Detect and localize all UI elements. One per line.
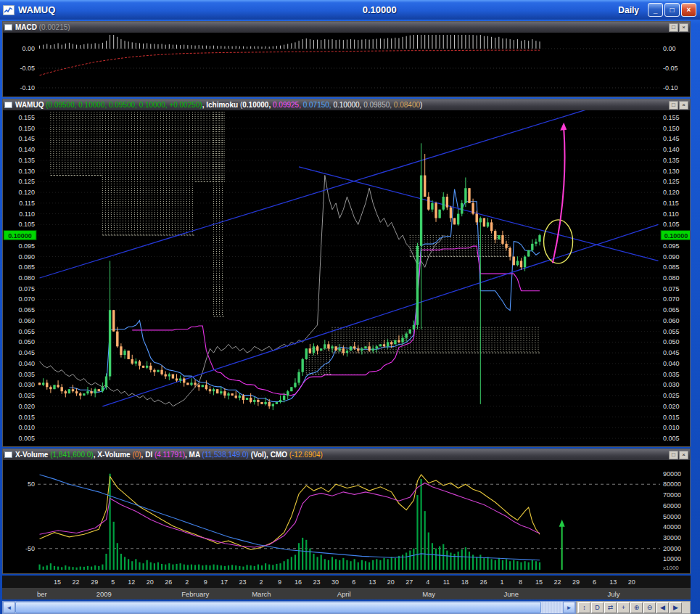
price-axis-label: 0.090 — [663, 253, 680, 261]
week-label: 2 — [185, 578, 189, 586]
step-left-button[interactable]: ◀ — [656, 602, 669, 613]
week-label: 29 — [91, 578, 98, 586]
time-axis-svg: 1522295122026291723291623306132027411182… — [2, 576, 691, 599]
price-axis-label: 0.010 — [18, 424, 35, 431]
week-label: 15 — [535, 578, 543, 586]
week-label: 20 — [628, 578, 635, 586]
price-axis-label: 0.045 — [18, 349, 35, 356]
week-label: 8 — [519, 578, 522, 586]
restore-button[interactable]: □ — [664, 3, 680, 17]
chikou-line — [40, 176, 444, 406]
time-axis: 1522295122026291723291623306132027411182… — [2, 576, 691, 599]
volume-close-button[interactable]: × — [679, 451, 688, 459]
volume-bars — [40, 474, 540, 570]
scrollbar-thumb[interactable] — [15, 602, 541, 613]
week-label: 15 — [54, 578, 61, 586]
macd-axis-label: -0.05 — [20, 65, 35, 72]
window-titlebar[interactable]: WAMUQ 0.10000 Daily _ □ × — [0, 0, 700, 20]
title-segment: 0.10000, — [333, 101, 363, 109]
price-axis-label: 0.055 — [18, 328, 35, 335]
price-axis-label: 0.020 — [18, 403, 35, 410]
bottom-bar: ◄ ► ↕D⇄+⊕⊖◀▶ — [2, 601, 691, 614]
price-axis-label: 0.110 — [19, 210, 35, 218]
macd-panel-titlebar[interactable]: MACD (0.00215) □ × — [3, 22, 690, 33]
week-label: 13 — [609, 578, 617, 586]
crosshair-button[interactable]: + — [617, 602, 630, 613]
week-label: 17 — [221, 578, 228, 586]
price-chart[interactable]: 0.1550.1550.1500.1500.1450.1450.1400.140… — [3, 110, 690, 446]
price-panel-titlebar[interactable]: WAMUQ (0.09500, 0.10000, 0.09500, 0.1000… — [3, 99, 690, 110]
month-label: July — [608, 590, 620, 598]
title-segment: 0.07150, — [303, 101, 334, 109]
price-axis-label: 0.085 — [663, 263, 680, 271]
zoom-out-button[interactable]: ⊖ — [643, 602, 656, 613]
volume-chart[interactable]: 50-5090000800007000060000500004000030000… — [3, 460, 690, 573]
title-segment: , DI — [141, 451, 155, 459]
price-axis-label: 0.055 — [663, 328, 680, 335]
macd-panel: MACD (0.00215) □ × 0.000.00-0.05-0.05-0.… — [2, 21, 691, 97]
price-axis-label: 0.050 — [18, 338, 35, 345]
macd-panel-controls: □ × — [669, 23, 688, 32]
pan-vertical-button[interactable]: ↕ — [578, 602, 590, 613]
volume-axis-label: 50000 — [663, 513, 681, 520]
week-label: 9 — [278, 578, 281, 586]
interval-daily-button[interactable]: D — [591, 602, 604, 613]
price-axis-label: 0.020 — [663, 403, 680, 410]
week-label: 13 — [368, 578, 376, 586]
week-label: 23 — [239, 578, 246, 586]
title-segment: 0.10000, — [242, 101, 273, 109]
step-right-button[interactable]: ▶ — [670, 602, 682, 613]
title-segment: 0.08400 — [394, 101, 420, 109]
week-label: 27 — [405, 578, 413, 586]
price-axis-label: 0.025 — [663, 392, 680, 399]
cmo-line — [40, 475, 540, 550]
panel-window-icon — [4, 24, 12, 30]
pan-horizontal-button[interactable]: ⇄ — [604, 602, 617, 613]
macd-signal-line — [40, 50, 540, 75]
svg-text:0.10000: 0.10000 — [664, 232, 688, 240]
price-axis-label: 0.140 — [18, 146, 35, 153]
horizontal-scrollbar[interactable]: ◄ ► — [2, 601, 576, 614]
volume-axis-label: 80000 — [663, 480, 681, 488]
month-label: May — [422, 590, 435, 598]
trendline — [102, 224, 658, 406]
title-segment: WAMUQ — [15, 101, 46, 109]
trendline — [40, 110, 596, 278]
window-title: WAMUQ — [18, 4, 55, 15]
title-segment: (0.09500, 0.10000, 0.09500, 0.10000, +0.… — [46, 101, 202, 109]
macd-close-button[interactable]: × — [679, 23, 688, 32]
volume-panel: X-Volume (1,841,600.0), X-Volume (0), DI… — [2, 449, 691, 574]
price-axis-label: 0.145 — [663, 135, 680, 142]
macd-minimize-button[interactable]: □ — [669, 23, 678, 32]
price-axis-label: 0.065 — [18, 306, 35, 314]
macd-chart[interactable]: 0.000.00-0.05-0.05-0.10-0.10 — [3, 33, 690, 97]
price-axis-label: 0.035 — [663, 371, 680, 378]
price-minimize-button[interactable]: □ — [669, 101, 678, 110]
volume-minimize-button[interactable]: □ — [669, 451, 678, 459]
app-icon — [3, 5, 15, 15]
zoom-in-button[interactable]: ⊕ — [630, 602, 643, 613]
month-label: February — [181, 590, 209, 598]
volume-axis-label: 70000 — [663, 491, 681, 499]
price-axis-label: 0.030 — [18, 381, 35, 388]
title-segment: X-Volume — [15, 451, 50, 459]
macd-axis-label: 0.00 — [663, 45, 676, 52]
scroll-right-button[interactable]: ► — [563, 602, 575, 613]
title-segment: 0.09925, — [273, 101, 303, 109]
price-axis-label: 0.025 — [18, 392, 35, 399]
week-label: 23 — [313, 578, 321, 586]
minimize-button[interactable]: _ — [648, 3, 663, 17]
scrollbar-track[interactable] — [15, 602, 563, 613]
week-label: 20 — [147, 578, 154, 586]
price-close-button[interactable]: × — [679, 101, 688, 110]
client-area: MACD (0.00215) □ × 0.000.00-0.05-0.05-0.… — [2, 21, 691, 611]
week-label: 9 — [204, 578, 207, 586]
price-axis-label: 0.005 — [663, 435, 680, 442]
ma-line — [40, 475, 540, 560]
price-axis-label: 0.015 — [663, 414, 680, 421]
price-axis-label: 0.090 — [18, 253, 35, 261]
close-button[interactable]: × — [681, 3, 696, 17]
scroll-left-button[interactable]: ◄ — [3, 602, 15, 613]
volume-panel-titlebar[interactable]: X-Volume (1,841,600.0), X-Volume (0), DI… — [3, 449, 690, 460]
panel-window-icon — [4, 451, 12, 458]
